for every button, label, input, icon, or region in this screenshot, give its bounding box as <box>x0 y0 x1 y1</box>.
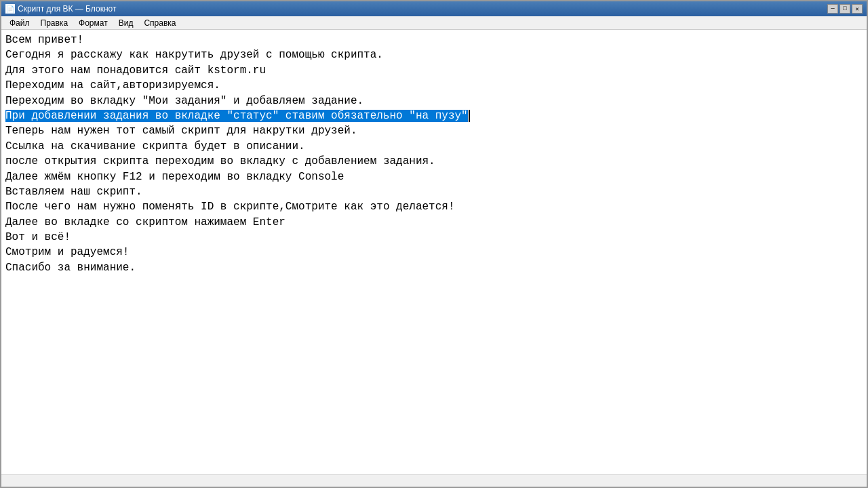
text-line: При добавлении задания во вкладке "стату… <box>5 108 863 123</box>
text-line: Вставляем наш скрипт. <box>5 184 863 199</box>
text-line: После чего нам нужно поменять ID в скрип… <box>5 199 863 214</box>
notepad-window: 📄 Скрипт для ВК — Блокнот — □ ✕ Файл Пра… <box>0 0 868 488</box>
text-line: Всем привет! <box>5 33 863 47</box>
maximize-button[interactable]: □ <box>840 4 850 14</box>
menu-bar: Файл Правка Формат Вид Справка <box>1 16 867 30</box>
text-line: Спасибо за внимание. <box>5 260 863 275</box>
text-line: Далее жмём кнопку F12 и переходим во вкл… <box>5 169 863 184</box>
text-line: Смотрим и радуемся! <box>5 245 863 260</box>
title-bar-controls: — □ ✕ <box>827 4 863 14</box>
text-line: Ссылка на скачивание скрипта будет в опи… <box>5 139 863 154</box>
menu-help[interactable]: Справка <box>138 18 181 28</box>
text-line: Переходим на сайт,авторизируемся. <box>5 78 863 93</box>
title-bar-left: 📄 Скрипт для ВК — Блокнот <box>5 4 116 14</box>
title-bar: 📄 Скрипт для ВК — Блокнот — □ ✕ <box>1 1 867 16</box>
text-line: Сегодня я расскажу как накрутить друзей … <box>5 47 863 62</box>
status-bar <box>1 474 867 487</box>
menu-view[interactable]: Вид <box>113 18 139 28</box>
window-title: Скрипт для ВК — Блокнот <box>18 4 116 14</box>
menu-file[interactable]: Файл <box>4 18 35 28</box>
text-editor[interactable]: Всем привет!Сегодня я расскажу как накру… <box>1 30 867 474</box>
minimize-button[interactable]: — <box>827 4 838 14</box>
menu-format[interactable]: Формат <box>73 18 113 28</box>
app-icon: 📄 <box>5 4 15 14</box>
menu-edit[interactable]: Правка <box>35 18 74 28</box>
text-line: Переходим во вкладку "Мои задания" и доб… <box>5 94 863 108</box>
text-line: после открытия скрипта переходим во вкла… <box>5 154 863 169</box>
text-line: Далее во вкладке со скриптом нажимаем En… <box>5 215 863 230</box>
text-line: Для этого нам понадовится сайт kstorm.ru <box>5 63 863 78</box>
highlighted-text: При добавлении задания во вкладке "стату… <box>5 110 468 122</box>
text-line: Вот и всё! <box>5 230 863 245</box>
text-cursor <box>469 110 470 122</box>
close-button[interactable]: ✕ <box>852 4 863 14</box>
text-line: Теперь нам нужен тот самый скрипт для на… <box>5 123 863 138</box>
